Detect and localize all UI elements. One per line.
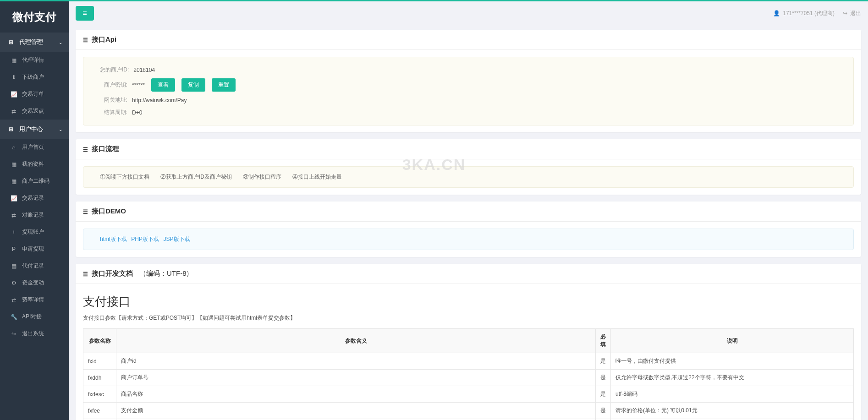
- sidebar-item[interactable]: ⇄交易返点: [0, 103, 69, 120]
- sidebar-item[interactable]: ▦我的资料: [0, 156, 69, 173]
- logout-icon: ↪: [843, 10, 847, 16]
- settlement-value: D+0: [132, 109, 142, 116]
- th-meaning: 参数含义: [116, 329, 596, 353]
- panel-demo-title: 接口DEMO: [92, 207, 126, 216]
- menu-item-icon: ▦: [10, 178, 17, 185]
- panel-flow-head: 接口流程: [76, 139, 861, 159]
- list-icon: [83, 270, 88, 278]
- th-name: 参数名称: [83, 329, 116, 353]
- cell-param-meaning: 商品名称: [116, 386, 596, 403]
- windows-icon: ⊞: [7, 126, 15, 132]
- logout-label: 退出: [850, 10, 861, 17]
- cell-param-required: 是: [596, 403, 611, 419]
- main-content: ≡ 👤 171****7051 (代理商) ↪ 退出 接口Api: [69, 1, 868, 420]
- sidebar-item[interactable]: ＋提现账户: [0, 224, 69, 240]
- sidebar-item[interactable]: ↪退出系统: [0, 325, 69, 342]
- cell-param-meaning: 支付金额: [116, 403, 596, 419]
- menu-item-icon: ⇄: [10, 108, 17, 115]
- chevron-down-icon: ⌄: [59, 40, 62, 45]
- menu-item-icon: 📈: [10, 91, 17, 98]
- panel-doc: 接口开发文档 （编码：UTF-8） 支付接口 支付接口参数【请求方式：GET或P…: [76, 264, 861, 420]
- sidebar-item[interactable]: 📈交易订单: [0, 86, 69, 103]
- sidebar-item[interactable]: 🔧API对接: [0, 308, 69, 325]
- sidebar-item[interactable]: ▦代理详情: [0, 52, 69, 69]
- panel-api: 接口Api 您的商户ID: 2018104 商户密钥: ****** 查看 复制…: [76, 30, 861, 132]
- cell-param-meaning: 商户id: [116, 353, 596, 370]
- windows-icon: ⊞: [7, 39, 15, 45]
- cell-param-name: fxddh: [83, 370, 116, 386]
- panel-api-head: 接口Api: [76, 30, 861, 50]
- menu-item-icon: ▦: [10, 161, 17, 168]
- sidebar-item[interactable]: ⬇下级商户: [0, 69, 69, 86]
- params-table: 参数名称 参数含义 必填 说明 fxid商户id是唯一号，由微付支付提供fxdd…: [83, 328, 854, 420]
- user-icon: 👤: [773, 10, 780, 16]
- menu-group-header[interactable]: ⊞用户中心⌄: [0, 120, 69, 139]
- menu-item-icon: ⚙: [10, 280, 17, 286]
- panel-doc-extra: （编码：UTF-8）: [139, 269, 193, 278]
- cell-param-name: fxdesc: [83, 386, 116, 403]
- sidebar-item[interactable]: ▦商户二维码: [0, 173, 69, 190]
- copy-key-button[interactable]: 复制: [181, 78, 205, 92]
- menu-item-icon: 📈: [10, 195, 17, 202]
- sidebar-item[interactable]: ⇄费率详情: [0, 291, 69, 308]
- menu-item-icon: ＋: [10, 228, 17, 236]
- list-icon: [83, 207, 88, 215]
- merchant-id-value: 2018104: [133, 67, 155, 73]
- menu-group-title: 代理管理: [19, 38, 43, 46]
- cell-param-desc: 仅允许字母或数字类型,不超过22个字符，不要有中文: [611, 370, 854, 386]
- sidebar-item[interactable]: P申请提现: [0, 240, 69, 257]
- view-key-button[interactable]: 查看: [151, 78, 175, 92]
- menu-group-title: 用户中心: [19, 125, 43, 133]
- th-required: 必填: [596, 329, 611, 353]
- sidebar-item[interactable]: ⚙资金变动: [0, 274, 69, 291]
- brand-logo: 微付支付: [0, 1, 69, 33]
- demo-link-html[interactable]: html版下载: [100, 236, 127, 242]
- api-well: 您的商户ID: 2018104 商户密钥: ****** 查看 复制 重置 网关…: [83, 57, 854, 125]
- table-row: fxddh商户订单号是仅允许字母或数字类型,不超过22个字符，不要有中文: [83, 370, 854, 386]
- demo-link-jsp[interactable]: JSP版下载: [164, 236, 190, 242]
- menu-item-icon: ▤: [10, 263, 17, 269]
- menu-item-icon: P: [10, 246, 17, 252]
- menu-group-header[interactable]: ⊞代理管理⌄: [0, 33, 69, 52]
- menu-item-label: 代理详情: [22, 56, 44, 64]
- menu-item-icon: ⇄: [10, 297, 17, 303]
- sidebar-item[interactable]: ⌂用户首页: [0, 139, 69, 156]
- chevron-down-icon: ⌄: [59, 127, 62, 132]
- merchant-key-value: ******: [132, 82, 145, 88]
- sidebar-toggle-button[interactable]: ≡: [76, 6, 94, 21]
- table-header-row: 参数名称 参数含义 必填 说明: [83, 329, 854, 353]
- doc-section-title: 支付接口: [83, 291, 854, 314]
- menu-item-label: 费率详情: [22, 296, 44, 304]
- sidebar-item[interactable]: ⇄对账记录: [0, 207, 69, 224]
- reset-key-button[interactable]: 重置: [212, 78, 236, 92]
- cell-param-meaning: 商户订单号: [116, 370, 596, 386]
- cell-param-desc: 唯一号，由微付支付提供: [611, 353, 854, 370]
- menu-item-label: 代付记录: [22, 262, 44, 270]
- table-row: fxdesc商品名称是utf-8编码: [83, 386, 854, 403]
- user-label: 171****7051 (代理商): [783, 10, 835, 17]
- menu-item-label: 对账记录: [22, 211, 44, 219]
- menu-item-label: 交易返点: [22, 107, 44, 115]
- topbar: ≡ 👤 171****7051 (代理商) ↪ 退出: [76, 1, 861, 30]
- logout-link[interactable]: ↪ 退出: [843, 10, 861, 17]
- panel-demo-head: 接口DEMO: [76, 202, 861, 222]
- cell-param-name: fxid: [83, 353, 116, 370]
- menu-item-icon: ▦: [10, 57, 17, 64]
- menu-item-label: 交易订单: [22, 90, 44, 98]
- panel-doc-title: 接口开发文档: [92, 269, 133, 278]
- menu-item-icon: ↪: [10, 331, 17, 337]
- table-row: fxid商户id是唯一号，由微付支付提供: [83, 353, 854, 370]
- sidebar-item[interactable]: ▤代付记录: [0, 257, 69, 274]
- demo-well: html版下载 PHP版下载 JSP版下载: [83, 229, 854, 250]
- demo-link-php[interactable]: PHP版下载: [131, 236, 159, 242]
- cell-param-desc: utf-8编码: [611, 386, 854, 403]
- doc-section-sub: 支付接口参数【请求方式：GET或POST均可】【如遇问题可尝试用html表单提交…: [83, 314, 854, 322]
- menu-item-label: 资金变动: [22, 279, 44, 287]
- list-icon: [83, 145, 88, 153]
- menu-item-label: 申请提现: [22, 245, 44, 253]
- sidebar-item[interactable]: 📈交易记录: [0, 190, 69, 207]
- panel-demo: 接口DEMO html版下载 PHP版下载 JSP版下载: [76, 202, 861, 257]
- user-chip[interactable]: 👤 171****7051 (代理商): [773, 10, 835, 17]
- flow-text: ①阅读下方接口文档 ②获取上方商户ID及商户秘钥 ③制作接口程序 ④接口上线开始…: [100, 174, 342, 180]
- gateway-value: http://waiuwk.com/Pay: [132, 97, 187, 104]
